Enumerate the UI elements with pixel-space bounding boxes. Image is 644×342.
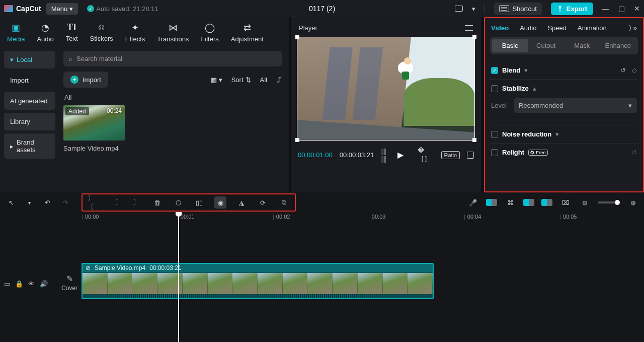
magnet-icon[interactable]: ⌘ xyxy=(504,196,516,209)
project-title: 0117 (2) xyxy=(309,5,335,13)
media-clip-thumb[interactable]: Added 00:24 xyxy=(63,105,125,141)
view-grid-icon[interactable]: ▦ ▾ xyxy=(211,76,222,84)
tab-text[interactable]: TIText xyxy=(60,20,84,47)
level-label: Level xyxy=(491,102,507,109)
zoom-slider[interactable] xyxy=(598,201,620,203)
reset-icon[interactable]: ↺ xyxy=(631,149,637,156)
fullscreen-icon[interactable] xyxy=(467,152,474,159)
tab-transitions[interactable]: ⋈Transitions xyxy=(151,20,195,47)
zoom-out-icon[interactable]: ⊖ xyxy=(579,196,591,209)
shortcut-button[interactable]: Shortcut xyxy=(494,3,541,15)
shield-icon[interactable]: ⬠ xyxy=(172,196,184,209)
keyframe-icon[interactable]: ◇ xyxy=(632,66,637,74)
subtab-enhance[interactable]: Enhance xyxy=(600,39,636,52)
tick: 00:03 xyxy=(368,214,385,220)
inspector-tab-video[interactable]: Video xyxy=(491,24,509,32)
stabilize-checkbox[interactable] xyxy=(491,85,498,92)
marker-icon[interactable]: ⌧ xyxy=(559,196,572,209)
subtab-basic[interactable]: Basic xyxy=(492,39,528,52)
timeline-toolbar: ↖ ▾ ↶ ↷ 〕〔 〔 〕 🗑 ⬠ ▯▯ ◉ ◮ ⟳ ⧉ 🎤 ⌘ ⌧ ⊖ ⊕ xyxy=(0,192,644,213)
play-button[interactable]: ▶ xyxy=(397,150,404,160)
redo-button[interactable]: ↷ xyxy=(59,196,71,209)
tab-filters[interactable]: ◯Filters xyxy=(195,20,224,47)
snap-toggle-1[interactable] xyxy=(486,199,497,206)
mute-icon[interactable]: 🔊 xyxy=(40,280,48,288)
mic-icon[interactable]: 🎤 xyxy=(467,196,479,209)
split-icon[interactable]: 〕〔 xyxy=(88,196,100,209)
trim-left-icon[interactable]: 〔 xyxy=(109,196,121,209)
section-blend: ✓ Blend ▾ ↺ ◇ xyxy=(490,61,638,80)
menu-button[interactable]: Menu ▾ xyxy=(46,3,78,15)
pointer-tool-icon[interactable]: ↖ xyxy=(5,196,17,209)
sidebar-item-brand[interactable]: ▸Brand assets xyxy=(4,133,55,159)
timeline[interactable]: 00:00 00:01 00:02 00:03 00:04 00:05 ▭ 🔒 … xyxy=(0,213,644,342)
trim-right-icon[interactable]: 〕 xyxy=(130,196,142,209)
blend-label: Blend xyxy=(502,66,520,74)
tab-media[interactable]: ▣Media xyxy=(1,20,31,47)
search-icon: ⌕ xyxy=(68,55,72,62)
tab-stickers[interactable]: ☺Stickers xyxy=(84,20,119,47)
stickers-icon: ☺ xyxy=(97,22,106,33)
player-menu-icon[interactable] xyxy=(465,25,473,31)
sidebar-item-library[interactable]: Library xyxy=(4,113,55,130)
tick: 00:00 xyxy=(82,214,99,220)
chevron-down-icon: ▾ xyxy=(69,5,73,13)
scan-icon[interactable]: �［］ xyxy=(418,147,434,163)
undo-button[interactable]: ↶ xyxy=(41,196,53,209)
mirror-icon[interactable]: ◮ xyxy=(235,196,248,209)
reset-icon[interactable]: ↺ xyxy=(620,66,626,74)
tab-effects[interactable]: ✦Effects xyxy=(119,20,151,47)
delete-icon[interactable]: 🗑 xyxy=(151,196,163,209)
maximize-icon[interactable]: ▢ xyxy=(618,5,625,13)
level-select[interactable]: Recommended ▾ xyxy=(514,98,637,113)
inspector-tab-animation[interactable]: Animation xyxy=(578,24,607,32)
chevron-down-icon[interactable]: ▾ xyxy=(524,66,528,74)
tab-adjustment[interactable]: ⇄Adjustment xyxy=(225,20,270,47)
clip-dur: 00:00:03:21 xyxy=(149,264,181,271)
playhead[interactable] xyxy=(178,213,179,342)
inspector-more-icon[interactable]: ⟩ » xyxy=(629,24,637,32)
sort-button[interactable]: Sort ⇅ xyxy=(231,76,251,84)
inspector-tab-speed[interactable]: Speed xyxy=(547,24,567,32)
snap-toggle-3[interactable] xyxy=(541,199,552,206)
filter-all-button[interactable]: All xyxy=(260,76,267,84)
visibility-icon[interactable]: 👁 xyxy=(28,280,35,288)
snap-toggle-2[interactable] xyxy=(523,199,534,206)
chevron-up-icon[interactable]: ▴ xyxy=(533,85,536,92)
close-icon[interactable]: ✕ xyxy=(634,5,640,13)
tab-label: Audio xyxy=(37,35,53,43)
timeline-clip[interactable]: ⊘ Sample Video.mp4 00:00:03:21 xyxy=(82,263,434,299)
sidebar-item-import[interactable]: Import xyxy=(4,72,55,89)
sidebar-item-ai[interactable]: AI generated xyxy=(4,92,55,110)
filter-icon[interactable]: ⇵ xyxy=(276,76,282,84)
zoom-in-icon[interactable]: ⊕ xyxy=(627,196,639,209)
noise-checkbox[interactable] xyxy=(491,131,498,138)
pointer-dropdown-icon[interactable]: ▾ xyxy=(23,196,35,209)
divider xyxy=(485,4,485,13)
crop-icon[interactable]: ⧉ xyxy=(278,196,290,209)
search-input[interactable]: ⌕ Search material xyxy=(63,51,282,66)
preview-icon[interactable]: ▭ xyxy=(4,280,10,288)
inspector-tab-audio[interactable]: Audio xyxy=(520,24,536,32)
blend-checkbox[interactable]: ✓ xyxy=(491,67,498,74)
export-button[interactable]: ⭱ Export xyxy=(551,3,593,15)
columns-icon[interactable]: ‖‖ ‖‖ xyxy=(381,148,390,163)
ratio-button[interactable]: Ratio xyxy=(441,151,460,159)
minimize-icon[interactable]: — xyxy=(602,5,609,13)
chevron-down-icon[interactable]: ▾ xyxy=(472,5,475,13)
chevron-down-icon[interactable]: ▾ xyxy=(555,130,559,138)
layout-icon[interactable] xyxy=(455,6,463,12)
import-button[interactable]: + Import xyxy=(63,72,108,88)
timeline-ruler[interactable]: 00:00 00:01 00:02 00:03 00:04 00:05 xyxy=(0,213,644,223)
player-viewport[interactable] xyxy=(297,37,475,141)
relight-checkbox[interactable] xyxy=(491,149,498,156)
subtab-cutout[interactable]: Cutout xyxy=(528,39,565,52)
record-icon[interactable]: ◉ xyxy=(214,196,226,209)
titlebar: CapCut Menu ▾ ✓ Auto saved: 21:28:11 011… xyxy=(0,0,644,17)
frame-icon[interactable]: ▯▯ xyxy=(193,196,205,209)
tab-audio[interactable]: ◔Audio xyxy=(31,20,59,47)
rotate-icon[interactable]: ⟳ xyxy=(257,196,269,209)
subtab-mask[interactable]: Mask xyxy=(564,39,600,52)
sidebar-item-local[interactable]: ▾Local xyxy=(4,51,55,69)
lock-icon[interactable]: 🔒 xyxy=(15,280,23,288)
